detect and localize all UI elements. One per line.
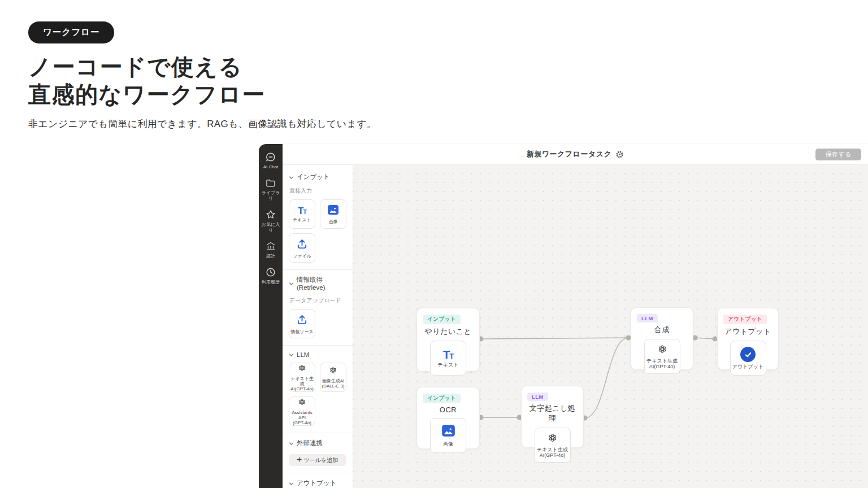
node-badge: LLM	[637, 314, 658, 323]
app-topbar: 新規ワークフロータスク 保存する	[283, 144, 868, 165]
page-title: ノーコードで使える 直感的なワークフロー	[28, 53, 376, 108]
openai-icon	[298, 364, 306, 374]
node-title: やりたいこと	[423, 326, 474, 337]
section-title: インプット	[297, 173, 330, 181]
node-title: 合成	[637, 325, 687, 335]
nav-label: AI Chat	[259, 164, 282, 170]
palette-section-input[interactable]: インプット	[289, 173, 346, 181]
palette-card-source[interactable]: 情報ソース	[289, 309, 315, 338]
node-gousei[interactable]: LLM 合成 テキスト生成AI(GPT-4o)	[631, 307, 693, 370]
nav-item-library[interactable]: ライブラリ	[259, 177, 282, 202]
node-badge: インプット	[423, 315, 461, 324]
node-palette: インプット 直接入力 TT テキスト 画像 ファイル	[283, 165, 353, 488]
page-subtitle: 非エンジニアでも簡単に利用できます。RAGも、画像認識も対応しています。	[28, 117, 376, 130]
gear-icon[interactable]	[615, 150, 624, 159]
save-button[interactable]: 保存する	[815, 149, 861, 160]
node-title: OCR	[423, 406, 474, 414]
node-inner-card: アウトプット	[730, 341, 766, 376]
edge-mojiokoshi-to-gousei	[585, 338, 628, 418]
palette-section-external[interactable]: 外部連携	[289, 439, 346, 447]
palette-card-file[interactable]: ファイル	[289, 233, 315, 263]
palette-divider	[283, 345, 353, 346]
chevron-down-icon	[289, 174, 294, 181]
openai-icon	[548, 433, 558, 445]
palette-divider	[283, 473, 353, 473]
node-title: 文字起こし処理	[527, 403, 578, 424]
workflow-task-title: 新規ワークフロータスク	[527, 149, 612, 159]
history-icon	[265, 267, 276, 278]
node-badge: LLM	[527, 393, 548, 401]
node-yaritaikoto[interactable]: インプット やりたいこと TT テキスト	[416, 308, 480, 372]
palette-card-text[interactable]: TT テキスト	[289, 199, 315, 229]
palette-section-llm[interactable]: LLM	[289, 351, 346, 358]
section-title: 情報取得(Retrieve)	[297, 276, 346, 291]
nav-item-ai-chat[interactable]: AI Chat	[259, 151, 282, 170]
upload-icon	[296, 313, 308, 328]
nav-item-stats[interactable]: 統計	[259, 241, 282, 259]
palette-section-output[interactable]: アウトプット	[289, 479, 346, 487]
plus-icon	[297, 457, 302, 463]
node-inner-card: テキスト生成AI(GPT-4o)	[535, 428, 571, 463]
upload-icon	[296, 238, 308, 252]
openai-icon	[329, 366, 337, 377]
page-title-line1: ノーコードで使える	[28, 54, 242, 79]
node-inner-card: 画像	[430, 418, 466, 453]
palette-card-llm-text[interactable]: テキスト生成AI(GPT-4o)	[289, 363, 315, 392]
node-ocr[interactable]: インプット OCR 画像	[416, 387, 480, 449]
palette-sublabel: 直接入力	[289, 187, 346, 195]
chevron-down-icon	[289, 440, 294, 447]
node-inner-card: テキスト生成AI(GPT-4o)	[644, 339, 680, 374]
chevron-down-icon	[289, 351, 294, 358]
palette-section-retrieve[interactable]: 情報取得(Retrieve)	[289, 276, 346, 291]
text-icon: TT	[298, 206, 306, 216]
openai-icon	[657, 344, 667, 356]
workflow-canvas[interactable]: インプット やりたいこと TT テキスト インプット OCR 画像	[353, 165, 868, 488]
palette-divider	[283, 269, 353, 270]
workflow-app-window: AI Chat ライブラリ お気に入り 統計 利用履歴	[259, 144, 868, 488]
node-inner-card: TT テキスト	[430, 341, 466, 376]
page-title-line2: 直感的なワークフロー	[28, 82, 266, 107]
nav-item-favorites[interactable]: お気に入り	[259, 209, 282, 233]
chevron-down-icon	[289, 480, 294, 487]
check-icon	[740, 347, 756, 362]
palette-sublabel: データアップロード	[289, 297, 346, 304]
nav-rail: AI Chat ライブラリ お気に入り 統計 利用履歴	[259, 144, 283, 488]
palette-card-image[interactable]: 画像	[320, 199, 346, 229]
palette-card-assistants[interactable]: Assistants API(GPT-4o)	[289, 396, 315, 426]
openai-icon	[298, 398, 306, 408]
edge-yaritai-to-gousei	[481, 338, 628, 339]
chat-icon	[265, 151, 276, 163]
node-output[interactable]: アウトプット アウトプット アウトプット	[717, 308, 779, 370]
section-title: 外部連携	[297, 439, 323, 447]
nav-label: 利用履歴	[259, 280, 282, 285]
node-title: アウトプット	[723, 326, 772, 337]
folder-icon	[265, 177, 276, 189]
image-icon	[327, 204, 339, 217]
image-icon	[441, 424, 455, 439]
edge-gousei-to-output	[695, 338, 715, 339]
star-icon	[265, 209, 276, 220]
workflow-badge: ワークフロー	[28, 21, 114, 43]
section-title: アウトプット	[297, 479, 337, 487]
section-title: LLM	[297, 351, 309, 358]
palette-card-llm-image[interactable]: 画像生成AI(DALL-E 3)	[320, 363, 346, 392]
hero-section: ワークフロー ノーコードで使える 直感的なワークフロー 非エンジニアでも簡単に利…	[28, 21, 376, 130]
node-badge: アウトプット	[723, 315, 767, 324]
text-icon: TT	[443, 349, 453, 360]
node-mojiokoshi[interactable]: LLM 文字起こし処理 テキスト生成AI(GPT-4o)	[521, 386, 584, 448]
node-badge: インプット	[423, 394, 461, 403]
nav-label: 統計	[259, 254, 282, 259]
stats-icon	[265, 241, 276, 252]
nav-label: ライブラリ	[259, 190, 282, 202]
chevron-down-icon	[289, 280, 294, 287]
nav-item-history[interactable]: 利用履歴	[259, 267, 282, 285]
palette-divider	[283, 433, 353, 433]
add-tool-button[interactable]: ツールを追加	[289, 454, 346, 466]
nav-label: お気に入り	[259, 222, 282, 233]
